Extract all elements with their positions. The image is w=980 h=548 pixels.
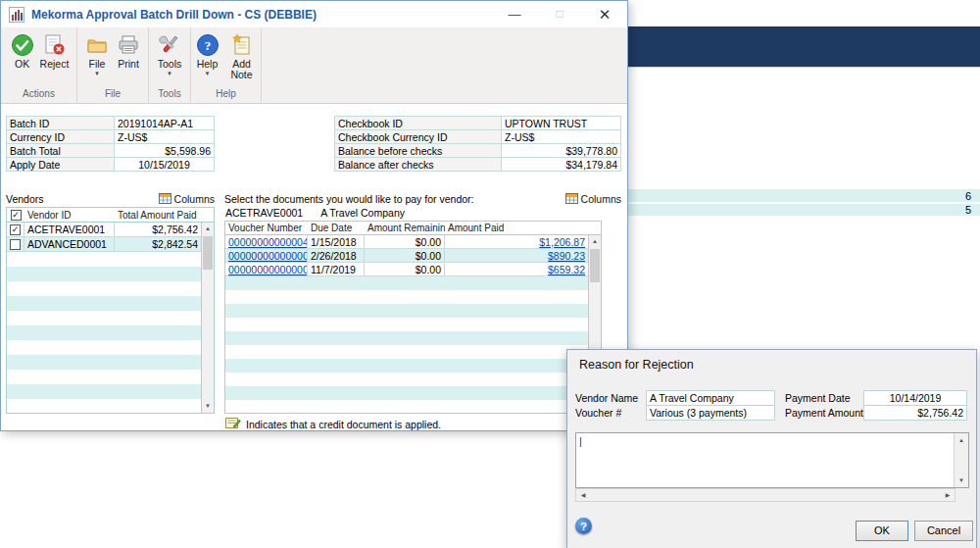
vendors-table-body: ✓ ACETRAVE0001 $2,756.42 ADVANCED0001 $2… [7, 223, 201, 413]
dialog-help-button[interactable]: ? [575, 518, 592, 534]
close-button[interactable]: ✕ [582, 1, 627, 27]
select-all-checkbox[interactable]: ✓ [11, 210, 22, 221]
ribbon-buttons: ? Help ▼ Add Note [191, 27, 261, 88]
form-row: Balance after checks $34,179.84 [334, 157, 621, 172]
printer-icon [116, 32, 141, 58]
columns-grid-icon [565, 193, 578, 206]
scroll-down-icon[interactable]: ▼ [202, 400, 214, 413]
amount-paid-link[interactable]: $1,206.87 [445, 235, 588, 248]
vendors-columns-button[interactable]: Columns [159, 193, 215, 206]
documents-table-header: Voucher Number Due Date Amount Remaining… [225, 222, 601, 235]
print-button[interactable]: Print [114, 31, 143, 71]
dialog-title: Reason for Rejection [579, 358, 694, 372]
batch-total-field[interactable]: $5,598.96 [114, 143, 215, 158]
ribbon-group-file: File ▼ Print File [77, 27, 149, 103]
empty-row [225, 373, 588, 386]
print-label: Print [118, 59, 139, 70]
checkbook-id-field[interactable]: UPTOWN TRUST [501, 116, 621, 130]
ok-label: OK [15, 59, 29, 70]
scroll-up-icon[interactable]: ▲ [202, 223, 214, 235]
ribbon-buttons: OK Reject [1, 27, 76, 88]
file-menu-button[interactable]: File ▼ [82, 31, 112, 77]
dialog-cancel-button[interactable]: Cancel [914, 521, 973, 541]
scrollbar-thumb[interactable] [203, 236, 213, 270]
vendors-title: Vendors [6, 193, 44, 205]
svg-text:?: ? [204, 38, 211, 53]
document-row[interactable]: 000000000000004 11/7/2019 $0.00 $659.32 [225, 263, 588, 276]
vendor-row[interactable]: ✓ ACETRAVE0001 $2,756.42 [7, 223, 201, 237]
vendor-id-column-header[interactable]: Vendor ID [24, 210, 115, 221]
due-date-cell: 1/15/2018 [308, 235, 365, 248]
due-date-column-header[interactable]: Due Date [308, 223, 365, 233]
amount-remaining-column-header[interactable]: Amount Remaining [365, 223, 445, 233]
checkbook-currency-label: Checkbook Currency ID [334, 129, 501, 144]
ok-button[interactable]: OK [8, 31, 37, 71]
total-paid-column-header[interactable]: Total Amount Paid [115, 210, 214, 221]
reason-vertical-scrollbar[interactable]: ▲ ▼ [954, 433, 968, 487]
document-row[interactable]: 00000000000004 1/15/2018 $0.00 $1,206.87 [225, 235, 588, 249]
rejection-reason-input[interactable]: | ▲ ▼ [575, 432, 969, 488]
help-menu-button[interactable]: ? Help ▼ [193, 31, 222, 77]
app-icon [9, 7, 24, 23]
empty-row [225, 386, 588, 400]
ribbon-buttons: Tools ▼ [149, 27, 190, 88]
minimize-button[interactable]: — [492, 1, 537, 27]
columns-grid-icon [159, 193, 172, 206]
document-row[interactable]: 000000000000004 2/26/2018 $0.00 $890.23 [225, 249, 588, 263]
scrollbar-thumb[interactable] [590, 249, 600, 282]
vendors-scrollbar[interactable]: ▲ ▼ [201, 223, 214, 413]
scroll-right-icon[interactable]: ▶ [941, 489, 955, 501]
scroll-up-icon[interactable]: ▲ [589, 235, 601, 248]
apply-date-field[interactable]: 10/15/2019 [114, 157, 215, 172]
scroll-up-icon[interactable]: ▲ [955, 433, 968, 447]
scroll-down-icon[interactable]: ▼ [955, 473, 968, 487]
empty-row [225, 359, 588, 373]
voucher-link[interactable]: 000000000000004 [225, 249, 308, 262]
voucher-column-header[interactable]: Voucher Number [225, 223, 308, 233]
credit-note-text: Indicates that a credit document is appl… [246, 419, 441, 430]
dialog-ok-button[interactable]: OK [856, 521, 908, 541]
empty-row [7, 370, 201, 384]
empty-row [225, 304, 588, 318]
tools-menu-button[interactable]: Tools ▼ [155, 31, 184, 77]
credit-document-icon [225, 417, 241, 431]
documents-columns-label: Columns [581, 193, 621, 205]
form-row: Currency ID Z-US$ [6, 129, 215, 144]
ok-check-icon [10, 32, 35, 58]
voucher-link[interactable]: 000000000000004 [225, 263, 308, 275]
amount-paid-link[interactable]: $890.23 [445, 249, 588, 262]
currency-id-field[interactable]: Z-US$ [114, 129, 215, 144]
vendor-checkbox[interactable]: ✓ [10, 224, 21, 235]
due-date-cell: 2/26/2018 [308, 249, 365, 262]
empty-row [225, 290, 588, 304]
batch-id-field[interactable]: 20191014AP-A1 [114, 116, 215, 130]
checkbook-id-label: Checkbook ID [334, 116, 501, 130]
documents-columns-button[interactable]: Columns [565, 193, 621, 206]
scroll-left-icon[interactable]: ◀ [576, 489, 590, 501]
header-cell: ✓ [7, 210, 24, 221]
vendors-columns-label: Columns [174, 193, 215, 205]
empty-row [7, 340, 201, 355]
amount-paid-column-header[interactable]: Amount Paid [445, 223, 601, 233]
maximize-button[interactable]: □ [537, 1, 582, 27]
voucher-link[interactable]: 00000000000004 [225, 235, 308, 248]
balance-before-field[interactable]: $39,778.80 [501, 143, 621, 158]
amount-paid-link[interactable]: $659.32 [445, 263, 588, 275]
amount-remaining-cell: $0.00 [365, 263, 445, 275]
window-title: Mekorma Approval Batch Drill Down - CS (… [31, 8, 317, 22]
tools-label: Tools [158, 59, 182, 70]
reason-horizontal-scrollbar[interactable]: ◀ ▶ [575, 488, 956, 502]
voucher-number-field: Various (3 payments) [646, 405, 775, 421]
vendor-row[interactable]: ADVANCED0001 $2,842.54 [7, 237, 201, 252]
empty-row [7, 281, 201, 296]
selected-vendor-name: A Travel Company [320, 207, 405, 220]
checkbook-currency-field[interactable]: Z-US$ [501, 129, 621, 144]
reject-button[interactable]: Reject [39, 31, 71, 71]
rejection-dialog: Reason for Rejection Vendor Name A Trave… [566, 349, 977, 548]
vendor-checkbox[interactable] [10, 239, 21, 250]
add-note-button[interactable]: Add Note [224, 31, 260, 81]
chevron-down-icon: ▼ [167, 71, 172, 76]
vendors-table-header: ✓ Vendor ID Total Amount Paid [7, 208, 214, 223]
balance-after-field[interactable]: $34,179.84 [501, 157, 621, 172]
balance-after-label: Balance after checks [334, 157, 501, 172]
